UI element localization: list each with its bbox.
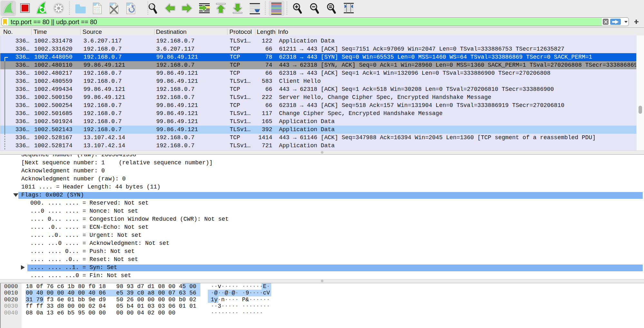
svg-text:01110: 01110 [94,11,100,14]
svg-text:01101: 01101 [94,9,100,11]
svg-text:01010: 01010 [94,7,100,9]
svg-text:01101: 01101 [128,9,134,11]
